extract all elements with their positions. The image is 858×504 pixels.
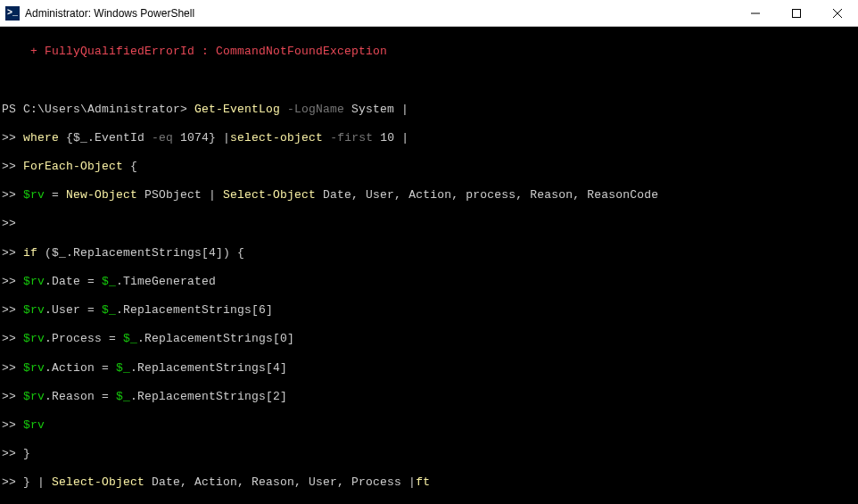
- blank-line-2: >>: [2, 217, 856, 231]
- cmd-line-6: >> $rv.Date = $_.TimeGenerated: [2, 275, 856, 289]
- cmd-line-13: >> } | Select-Object Date, Action, Reaso…: [2, 475, 856, 490]
- maximize-icon: [792, 9, 801, 18]
- error-line: + FullyQualifiedErrorId : CommandNotFoun…: [2, 45, 856, 59]
- cmd-line-11: >> $rv: [2, 418, 856, 433]
- cmd-line-7: >> $rv.User = $_.ReplacementStrings[6]: [2, 303, 856, 318]
- minimize-button[interactable]: [735, 0, 776, 26]
- blank-line: [2, 73, 856, 87]
- cmd-line-8: >> $rv.Process = $_.ReplacementStrings[0…: [2, 332, 856, 346]
- window-titlebar: >_ Administrator: Windows PowerShell: [0, 0, 858, 27]
- cmd-line-12: >> }: [2, 447, 856, 461]
- svg-rect-1: [793, 9, 801, 17]
- cmd-line-10: >> $rv.Reason = $_.ReplacementStrings[2]: [2, 390, 856, 404]
- close-icon: [833, 9, 842, 18]
- cmd-line-9: >> $rv.Action = $_.ReplacementStrings[4]: [2, 361, 856, 376]
- minimize-icon: [751, 9, 760, 18]
- cmd-line-5: >> if ($_.ReplacementStrings[4]) {: [2, 246, 856, 260]
- close-button[interactable]: [817, 0, 858, 26]
- maximize-button[interactable]: [776, 0, 817, 26]
- terminal-area[interactable]: + FullyQualifiedErrorId : CommandNotFoun…: [0, 27, 858, 504]
- cmd-line-1: PS C:\Users\Administrator> Get-EventLog …: [2, 103, 856, 117]
- cmd-line-3: >> ForEach-Object {: [2, 160, 856, 174]
- powershell-icon: >_: [5, 6, 20, 21]
- titlebar-left: >_ Administrator: Windows PowerShell: [0, 6, 194, 21]
- cmd-line-2: >> where {$_.EventId -eq 1074} |select-o…: [2, 131, 856, 145]
- window-controls: [735, 0, 858, 26]
- cmd-line-4: >> $rv = New-Object PSObject | Select-Ob…: [2, 188, 856, 202]
- window-title: Administrator: Windows PowerShell: [25, 7, 194, 20]
